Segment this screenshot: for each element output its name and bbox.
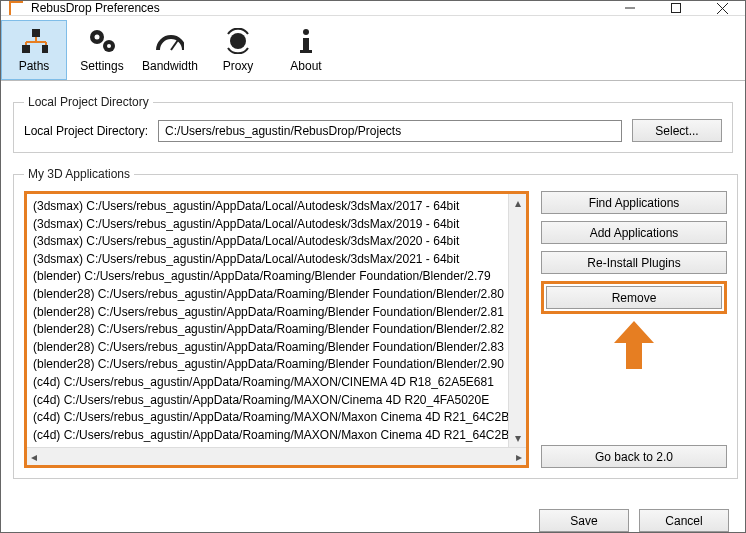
network-icon bbox=[20, 27, 48, 55]
titlebar: RebusDrop Preferences bbox=[1, 1, 745, 16]
svg-rect-5 bbox=[22, 45, 30, 53]
list-item[interactable]: (3dsmax) C:/Users/rebus_agustin/AppData/… bbox=[33, 216, 502, 234]
gauge-icon bbox=[156, 27, 184, 55]
vertical-scrollbar[interactable]: ▴ ▾ bbox=[508, 194, 526, 447]
tab-label: About bbox=[290, 59, 321, 73]
tab-paths[interactable]: Paths bbox=[1, 20, 67, 80]
scroll-up-icon[interactable]: ▴ bbox=[509, 194, 526, 212]
list-item[interactable]: (c4d) C:/Users/rebus_agustin/AppData/Roa… bbox=[33, 409, 502, 427]
select-button[interactable]: Select... bbox=[632, 119, 722, 142]
scroll-right-icon[interactable]: ▸ bbox=[516, 450, 522, 464]
cancel-button[interactable]: Cancel bbox=[639, 509, 729, 532]
list-item[interactable]: (c4d) C:/Users/rebus_agustin/AppData/Roa… bbox=[33, 374, 502, 392]
list-item[interactable]: (3dsmax) C:/Users/rebus_agustin/AppData/… bbox=[33, 198, 502, 216]
list-item[interactable]: (blender28) C:/Users/rebus_agustin/AppDa… bbox=[33, 339, 502, 357]
window-title: RebusDrop Preferences bbox=[31, 1, 607, 15]
close-button[interactable] bbox=[699, 1, 745, 15]
remove-button-highlight: Remove bbox=[541, 281, 727, 314]
list-item[interactable]: (blender28) C:/Users/rebus_agustin/AppDa… bbox=[33, 356, 502, 374]
go-back-button[interactable]: Go back to 2.0 bbox=[541, 445, 727, 468]
find-applications-button[interactable]: Find Applications bbox=[541, 191, 727, 214]
tab-proxy[interactable]: Proxy bbox=[205, 20, 271, 80]
group-label: My 3D Applications bbox=[24, 167, 134, 181]
list-item[interactable]: (c4d) C:/Users/rebus_agustin/AppData/Roa… bbox=[33, 427, 502, 445]
list-item[interactable]: (c4d) C:/Users/rebus_agustin/AppData/Roa… bbox=[33, 392, 502, 410]
preferences-window: RebusDrop Preferences Paths Settings Ban… bbox=[0, 0, 746, 533]
tab-about[interactable]: About bbox=[273, 20, 339, 80]
remove-button[interactable]: Remove bbox=[546, 286, 722, 309]
svg-rect-6 bbox=[42, 45, 48, 53]
toolbar: Paths Settings Bandwidth Proxy About bbox=[1, 16, 745, 81]
reinstall-plugins-button[interactable]: Re-Install Plugins bbox=[541, 251, 727, 274]
svg-point-14 bbox=[107, 44, 111, 48]
tab-bandwidth[interactable]: Bandwidth bbox=[137, 20, 203, 80]
add-applications-button[interactable]: Add Applications bbox=[541, 221, 727, 244]
minimize-button[interactable] bbox=[607, 1, 653, 15]
field-label: Local Project Directory: bbox=[24, 124, 148, 138]
applications-list[interactable]: (3dsmax) C:/Users/rebus_agustin/AppData/… bbox=[27, 194, 508, 447]
scroll-left-icon[interactable]: ◂ bbox=[31, 450, 37, 464]
svg-point-17 bbox=[303, 29, 309, 35]
list-item[interactable]: (3dsmax) C:/Users/rebus_agustin/AppData/… bbox=[33, 251, 502, 269]
tab-settings[interactable]: Settings bbox=[69, 20, 135, 80]
applications-list-highlight: (3dsmax) C:/Users/rebus_agustin/AppData/… bbox=[24, 191, 529, 468]
save-button[interactable]: Save bbox=[539, 509, 629, 532]
local-project-path-input[interactable] bbox=[158, 120, 622, 142]
svg-rect-19 bbox=[300, 50, 312, 53]
my-3d-applications-group: My 3D Applications (3dsmax) C:/Users/reb… bbox=[13, 167, 738, 479]
horizontal-scrollbar[interactable]: ◂ ▸ bbox=[27, 447, 526, 465]
maximize-button[interactable] bbox=[653, 1, 699, 15]
local-project-group: Local Project Directory Local Project Di… bbox=[13, 95, 733, 153]
info-icon bbox=[292, 27, 320, 55]
globe-arrows-icon bbox=[224, 27, 252, 55]
tab-label: Settings bbox=[80, 59, 123, 73]
tab-label: Bandwidth bbox=[142, 59, 198, 73]
callout-arrow-icon bbox=[612, 319, 656, 374]
list-item[interactable]: (blender28) C:/Users/rebus_agustin/AppDa… bbox=[33, 304, 502, 322]
gears-icon bbox=[88, 27, 116, 55]
svg-line-15 bbox=[171, 40, 178, 50]
list-item[interactable]: (3dsmax) C:/Users/rebus_agustin/AppData/… bbox=[33, 233, 502, 251]
svg-point-16 bbox=[230, 33, 246, 49]
scroll-down-icon[interactable]: ▾ bbox=[509, 429, 526, 447]
list-item[interactable]: (blender28) C:/Users/rebus_agustin/AppDa… bbox=[33, 321, 502, 339]
svg-rect-18 bbox=[303, 38, 309, 52]
svg-point-12 bbox=[95, 35, 100, 40]
svg-rect-1 bbox=[672, 4, 681, 13]
dialog-footer: Save Cancel bbox=[1, 499, 745, 533]
tab-label: Proxy bbox=[223, 59, 254, 73]
svg-rect-4 bbox=[32, 29, 40, 37]
app-icon bbox=[9, 1, 23, 15]
tab-label: Paths bbox=[19, 59, 50, 73]
list-item[interactable]: (blender28) C:/Users/rebus_agustin/AppDa… bbox=[33, 286, 502, 304]
group-label: Local Project Directory bbox=[24, 95, 153, 109]
list-item[interactable]: (blender) C:/Users/rebus_agustin/AppData… bbox=[33, 268, 502, 286]
